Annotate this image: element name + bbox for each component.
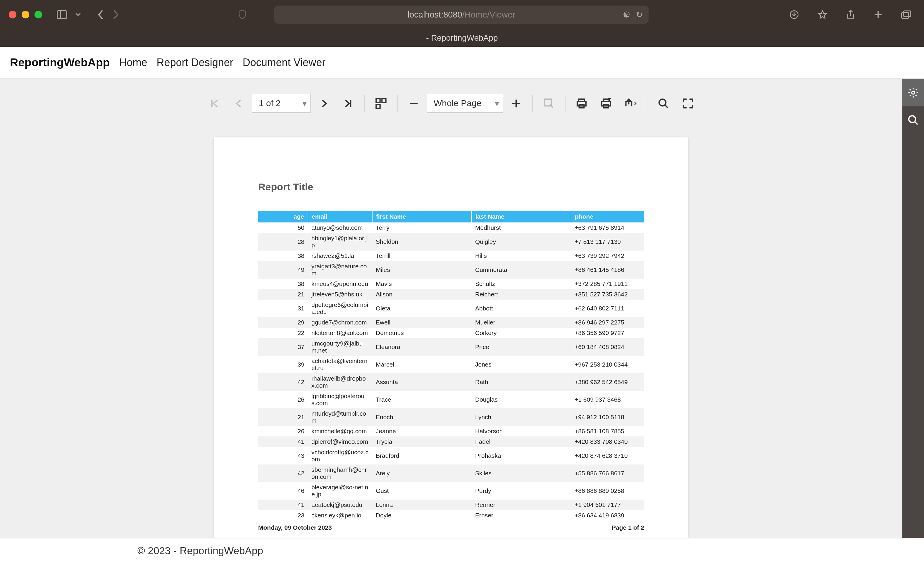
cell-phone: +86 946 297 2275	[571, 317, 644, 328]
zoom-out-button[interactable]	[402, 92, 425, 115]
next-page-button[interactable]	[312, 92, 335, 115]
table-row: 22nloiterton8@aol.comDemetriusCorkery+86…	[258, 328, 644, 338]
cell-email: kmeus4@upenn.edu	[308, 279, 372, 289]
table-row: 28hbingley1@plala.or.jpSheldonQuigley+7 …	[258, 233, 644, 250]
table-row: 50atuny0@sohu.comTerryMedhurst+63 791 67…	[258, 222, 644, 233]
cell-first-name: Lenna	[372, 500, 472, 510]
cell-age: 21	[258, 289, 308, 299]
cell-phone: +351 527 735 3642	[571, 289, 644, 299]
window-minimize-button[interactable]	[22, 11, 29, 18]
table-row: 26lgribbinc@posterous.comTraceDouglas+1 …	[258, 391, 644, 408]
browser-right-controls	[785, 7, 915, 22]
window-zoom-button[interactable]	[34, 11, 42, 18]
cell-email: dpierrof@vimeo.com	[308, 436, 372, 447]
cell-age: 38	[258, 250, 308, 261]
cell-email: ckensleyk@pen.io	[308, 510, 372, 521]
cell-email: dpettegre6@columbia.edu	[308, 299, 372, 317]
cell-phone: +86 581 108 7855	[571, 426, 644, 436]
nav-link-home[interactable]: Home	[119, 57, 147, 69]
cell-phone: +60 184 408 0824	[571, 338, 644, 356]
cell-age: 50	[258, 222, 308, 233]
cell-last-name: Lynch	[472, 408, 571, 426]
export-button[interactable]	[620, 92, 642, 115]
svg-rect-3	[902, 13, 909, 18]
zoom-select[interactable]: Whole Page ▾	[427, 94, 503, 113]
brand-logo[interactable]: ReportingWebApp	[10, 56, 110, 69]
fullscreen-button[interactable]	[676, 92, 699, 115]
cell-phone: +7 813 117 7139	[571, 233, 644, 250]
report-canvas[interactable]: Report Title age email first Name last N…	[0, 128, 902, 538]
cell-last-name: Halvorson	[472, 426, 571, 436]
forward-button	[108, 7, 123, 22]
cell-first-name: Trycia	[372, 436, 472, 447]
translate-icon[interactable]: ☯	[623, 10, 630, 19]
last-page-button[interactable]	[337, 92, 360, 115]
tabs-overview-icon[interactable]	[897, 7, 915, 22]
cell-last-name: Ernser	[472, 510, 571, 521]
window-close-button[interactable]	[9, 11, 16, 18]
svg-rect-13	[602, 102, 610, 106]
cell-age: 28	[258, 233, 308, 250]
cell-first-name: Terry	[372, 222, 472, 233]
cell-last-name: Medhurst	[472, 222, 571, 233]
sidebar-toggle-icon[interactable]	[52, 7, 71, 22]
side-tab-settings[interactable]	[902, 79, 924, 106]
cell-first-name: Eleanora	[372, 338, 472, 356]
cell-phone: +967 253 210 0344	[571, 356, 644, 373]
cell-email: rshawe2@51.la	[308, 250, 372, 261]
nav-link-document-viewer[interactable]: Document Viewer	[243, 57, 326, 69]
downloads-icon[interactable]	[785, 7, 803, 22]
cell-last-name: Reichert	[472, 289, 571, 299]
svg-rect-10	[577, 102, 586, 106]
table-row: 41aeatockj@psu.eduLennaRenner+1 904 601 …	[258, 500, 644, 510]
cell-age: 41	[258, 436, 308, 447]
back-button[interactable]	[94, 7, 108, 22]
url-host: localhost:8080	[408, 10, 462, 19]
cell-phone: +55 886 766 8617	[571, 464, 644, 482]
search-button[interactable]	[652, 92, 675, 115]
zoom-in-button[interactable]	[505, 92, 528, 115]
table-row: 21jtreleven5@nhs.ukAlisonReichert+351 52…	[258, 289, 644, 299]
table-row: 39acharlota@liveinternet.ruMarcelJones+9…	[258, 356, 644, 373]
bookmark-icon[interactable]	[813, 7, 832, 22]
viewer-area: 1 of 2 ▾ Whole Page ▾	[0, 79, 924, 538]
print-button[interactable]	[570, 92, 593, 115]
cell-last-name: Cummerata	[472, 261, 571, 279]
cell-age: 39	[258, 356, 308, 373]
toolbar-separator	[364, 95, 365, 112]
cell-email: aeatockj@psu.edu	[308, 500, 372, 510]
window-controls	[9, 11, 42, 18]
address-bar[interactable]: localhost:8080/Home/Viewer ☯ ↻	[274, 6, 648, 24]
cell-last-name: Renner	[472, 500, 571, 510]
toolbar-separator	[532, 95, 533, 112]
chevron-down-icon[interactable]	[71, 7, 85, 22]
print-page-button[interactable]	[595, 92, 618, 115]
share-icon[interactable]	[842, 7, 859, 22]
reload-icon[interactable]: ↻	[636, 10, 643, 19]
first-page-button	[203, 92, 226, 115]
cell-first-name: Mavis	[372, 279, 472, 289]
svg-point-18	[909, 116, 915, 123]
cell-email: lgribbinc@posterous.com	[308, 391, 372, 408]
table-row: 41dpierrof@vimeo.comTryciaFadel+420 833 …	[258, 436, 644, 447]
cell-first-name: Ewell	[372, 317, 472, 328]
multipage-toggle-button[interactable]	[370, 92, 392, 115]
report-footer-page: Page 1 of 2	[612, 524, 644, 531]
nav-link-report-designer[interactable]: Report Designer	[157, 57, 233, 69]
shield-icon[interactable]	[234, 7, 251, 22]
table-row: 38rshawe2@51.laTerrillHills+63 739 292 7…	[258, 250, 644, 261]
cell-age: 42	[258, 464, 308, 482]
page-footer: © 2023 - ReportingWebApp	[0, 538, 924, 563]
side-tab-search[interactable]	[902, 106, 924, 134]
cell-phone: +86 356 590 9727	[571, 328, 644, 338]
page-number-input[interactable]: 1 of 2 ▾	[252, 94, 310, 113]
new-tab-icon[interactable]	[870, 7, 886, 22]
browser-tab-title[interactable]: - ReportingWebApp	[0, 29, 924, 47]
viewer-toolbar: 1 of 2 ▾ Whole Page ▾	[0, 79, 902, 128]
cell-phone: +1 904 601 7177	[571, 500, 644, 510]
cell-email: hbingley1@plala.or.jp	[308, 233, 372, 250]
cell-email: bleveragei@so-net.ne.jp	[308, 482, 372, 500]
cell-first-name: Demetrius	[372, 328, 472, 338]
cell-email: rhallawellb@dropbox.com	[308, 373, 372, 391]
cell-first-name: Sheldon	[372, 233, 472, 250]
